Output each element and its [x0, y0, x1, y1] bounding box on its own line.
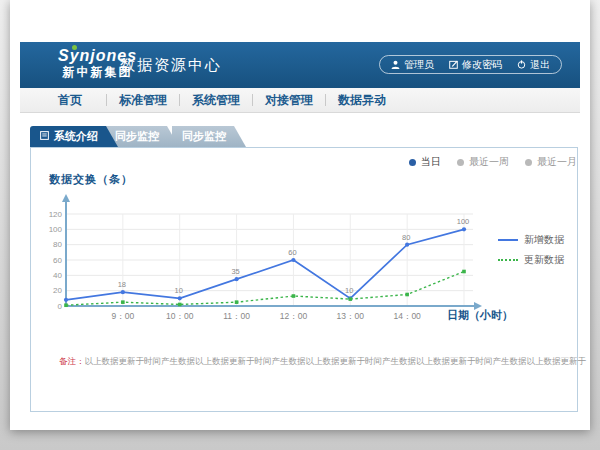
svg-text:20: 20	[53, 286, 62, 295]
footnote-body: 以上数据更新于时间产生数据以上数据更新于时间产生数据以上数据更新于时间产生数据以…	[85, 356, 587, 366]
legend-item-new-data: 新增数据	[498, 230, 564, 250]
screenshot-stage: Synjones 新中新集团 数据资源中心 管理员 修改密码	[0, 0, 600, 450]
radio-last-week[interactable]: 最近一周	[457, 155, 509, 169]
page-title: 数据资源中心	[120, 56, 222, 75]
admin-user-button[interactable]: 管理员	[391, 58, 434, 72]
legend-label: 新增数据	[524, 233, 564, 247]
logout-label: 退出	[530, 58, 550, 72]
tab-label: 同步监控	[182, 126, 226, 147]
radio-today[interactable]: 当日	[409, 155, 441, 169]
chart-legend: 新增数据 更新数据	[498, 230, 564, 270]
tab-label: 同步监控	[115, 126, 159, 147]
footnote: 备注：以上数据更新于时间产生数据以上数据更新于时间产生数据以上数据更新于时间产生…	[59, 356, 571, 368]
x-axis-title: 日期（小时）	[447, 308, 513, 323]
svg-text:11：00: 11：00	[223, 311, 250, 321]
svg-text:100: 100	[457, 217, 470, 226]
svg-text:120: 120	[49, 210, 63, 219]
y-axis-title: 数据交换（条）	[49, 172, 133, 187]
app-header: Synjones 新中新集团 数据资源中心 管理员 修改密码	[20, 42, 580, 88]
logo-accent-dot	[72, 45, 77, 50]
document-icon	[40, 126, 49, 147]
nav-item-system-mgmt[interactable]: 系统管理	[180, 88, 252, 113]
edit-icon	[449, 60, 458, 69]
logout-button[interactable]: 退出	[517, 58, 550, 72]
radio-last-month[interactable]: 最近一月	[525, 155, 577, 169]
solid-line-icon	[498, 239, 518, 241]
svg-text:9：00: 9：00	[112, 311, 135, 321]
radio-dot-icon	[409, 159, 416, 166]
svg-text:13：00: 13：00	[337, 311, 365, 321]
svg-text:40: 40	[53, 271, 62, 280]
svg-text:12：00: 12：00	[280, 311, 308, 321]
legend-item-update-data: 更新数据	[498, 250, 564, 270]
svg-text:0: 0	[58, 302, 63, 311]
chart-panel: 当日 最近一周 最近一月 数据交换（条） 0204060801001209：00…	[30, 147, 578, 412]
app-window: Synjones 新中新集团 数据资源中心 管理员 修改密码	[20, 42, 580, 430]
power-icon	[517, 60, 526, 69]
user-icon	[391, 60, 400, 69]
svg-text:10：00: 10：00	[166, 311, 194, 321]
radio-label: 最近一月	[537, 155, 577, 169]
change-password-button[interactable]: 修改密码	[449, 58, 502, 72]
dotted-line-icon	[498, 259, 518, 261]
nav-item-home[interactable]: 首页	[34, 88, 106, 113]
svg-text:10: 10	[175, 286, 183, 295]
svg-text:18: 18	[118, 280, 126, 289]
radio-label: 当日	[421, 155, 441, 169]
change-password-label: 修改密码	[462, 58, 502, 72]
tab-label: 系统介绍	[54, 126, 98, 147]
svg-text:14：00: 14：00	[393, 311, 421, 321]
svg-text:80: 80	[53, 240, 62, 249]
admin-user-label: 管理员	[404, 58, 434, 72]
svg-text:60: 60	[53, 256, 62, 265]
svg-text:60: 60	[288, 248, 296, 257]
user-actions-group: 管理员 修改密码 退出	[379, 55, 562, 74]
footnote-prefix: 备注：	[59, 356, 85, 366]
tab-sync-monitor-2[interactable]: 同步监控	[172, 126, 246, 147]
chart-svg: 0204060801001209：0010：0011：0012：0013：001…	[41, 189, 491, 329]
svg-text:10: 10	[345, 286, 353, 295]
radio-dot-icon	[457, 159, 464, 166]
nav-item-data-change[interactable]: 数据异动	[326, 88, 398, 113]
tab-system-intro[interactable]: 系统介绍	[30, 126, 118, 147]
time-range-filter: 当日 最近一周 最近一月	[409, 155, 577, 169]
radio-dot-icon	[525, 159, 532, 166]
svg-text:35: 35	[231, 267, 239, 276]
svg-text:100: 100	[49, 225, 63, 234]
line-chart: 0204060801001209：0010：0011：0012：0013：001…	[41, 189, 491, 329]
nav-item-standard-mgmt[interactable]: 标准管理	[107, 88, 179, 113]
radio-label: 最近一周	[469, 155, 509, 169]
main-nav: 首页 标准管理 系统管理 对接管理 数据异动	[20, 88, 580, 113]
svg-text:80: 80	[402, 233, 410, 242]
nav-item-interface-mgmt[interactable]: 对接管理	[253, 88, 325, 113]
legend-label: 更新数据	[524, 253, 564, 267]
